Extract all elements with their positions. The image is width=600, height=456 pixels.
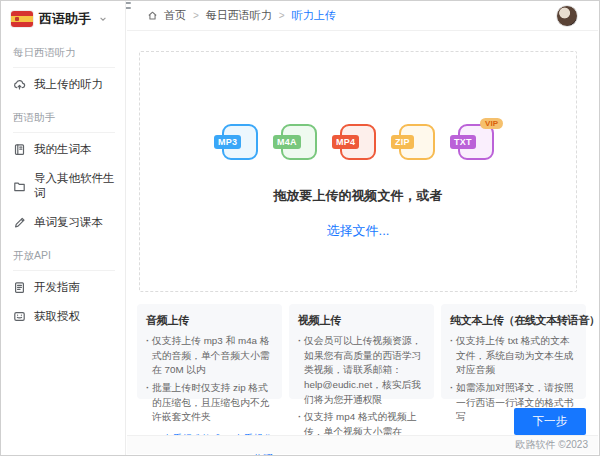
divider [13, 67, 115, 68]
card-bullet: 仅支持上传 mp3 和 m4a 格式的音频，单个音频大小需在 70M 以内 [146, 334, 273, 378]
sidebar-item-label: 我上传的听力 [34, 77, 103, 92]
sidebar-item-label: 开发指南 [34, 280, 80, 295]
sidebar-item-label: 导入其他软件生词 [34, 171, 121, 201]
upload-dropzone[interactable]: MP3 M4A MP4 ZIP TXT VIP 拖放要上传的视频文件，或者 选择… [139, 51, 577, 292]
spanish-flag-logo-icon [11, 11, 33, 27]
filetype-label: M4A [273, 135, 301, 149]
upload-info-cards: 音频上传 仅支持上传 mp3 和 m4a 格式的音频，单个音频大小需在 70M … [137, 304, 586, 399]
user-avatar[interactable] [556, 5, 578, 27]
filetype-m4a-icon: M4A [281, 124, 317, 160]
sidebar-section-daily-listening: 每日西语听力 [1, 34, 125, 67]
filetype-label: ZIP [391, 135, 414, 149]
filetype-label: MP4 [332, 135, 359, 149]
filetype-txt-icon: TXT VIP [458, 124, 494, 160]
breadcrumb-separator: > [279, 10, 285, 21]
sidebar-item-get-authorization[interactable]: 获取授权 [1, 302, 125, 331]
divider [13, 270, 115, 271]
app-title: 西语助手 [39, 10, 91, 28]
card-title: 纯文本上传（在线文本转语音） [450, 313, 577, 328]
footer-copyright: 欧路软件 ©2023 [127, 435, 598, 454]
sidebar: 西语助手 每日西语听力 我上传的听力 西语助手 我的生词本 导入其他软件生词 单… [1, 1, 126, 455]
sidebar-section-assistant: 西语助手 [1, 99, 125, 132]
main-content: MP3 M4A MP4 ZIP TXT VIP 拖放要上传的视频文件，或者 选择… [127, 32, 598, 454]
home-icon [147, 10, 158, 21]
sidebar-item-label: 单词复习课本 [34, 215, 103, 230]
filetype-mp4-icon: MP4 [340, 124, 376, 160]
cloud-upload-icon [13, 78, 26, 91]
folder-import-icon [13, 180, 26, 193]
video-upload-card: 视频上传 仅会员可以上传视频资源，如果您有高质量的西语学习类视频，请联系邮箱：h… [289, 304, 434, 399]
breadcrumb-daily-listening[interactable]: 每日西语听力 [206, 8, 272, 23]
sidebar-item-import-words[interactable]: 导入其他软件生词 [1, 164, 125, 208]
breadcrumb: 首页 > 每日西语听力 > 听力上传 [147, 8, 336, 23]
card-bullet: 仅会员可以上传视频资源，如果您有高质量的西语学习类视频，请联系邮箱：help@e… [298, 334, 425, 407]
topbar: 首页 > 每日西语听力 > 听力上传 [127, 1, 598, 31]
sidebar-item-my-uploaded-listening[interactable]: 我上传的听力 [1, 70, 125, 99]
filetype-label: TXT [450, 135, 476, 149]
document-icon [13, 281, 26, 294]
pen-icon [13, 216, 26, 229]
card-title: 视频上传 [298, 313, 425, 328]
supported-filetypes: MP3 M4A MP4 ZIP TXT VIP [140, 124, 576, 160]
breadcrumb-separator: > [193, 10, 199, 21]
sidebar-item-dev-guide[interactable]: 开发指南 [1, 273, 125, 302]
filetype-label: MP3 [214, 135, 241, 149]
sidebar-item-my-wordbook[interactable]: 我的生词本 [1, 135, 125, 164]
filetype-zip-icon: ZIP [399, 124, 435, 160]
card-bullet: 批量上传时仅支持 zip 格式的压缩包，且压缩包内不允许嵌套文件夹 [146, 381, 273, 425]
sidebar-item-label: 我的生词本 [34, 142, 92, 157]
sidebar-item-word-review-book[interactable]: 单词复习课本 [1, 208, 125, 237]
sidebar-section-open-api: 开放API [1, 237, 125, 270]
vip-badge: VIP [480, 118, 503, 129]
breadcrumb-current: 听力上传 [292, 8, 336, 23]
card-bullet: 仅支持上传 txt 格式的文本文件，系统自动为文本生成对应音频 [450, 334, 577, 378]
app-logo-row[interactable]: 西语助手 [1, 1, 125, 34]
license-icon [13, 310, 26, 323]
choose-file-link[interactable]: 选择文件... [140, 222, 576, 240]
audio-upload-card: 音频上传 仅支持上传 mp3 和 m4a 格式的音频，单个音频大小需在 70M … [137, 304, 282, 399]
dropzone-hint: 拖放要上传的视频文件，或者 [140, 187, 576, 205]
next-step-button[interactable]: 下一步 [514, 408, 587, 435]
card-title: 音频上传 [146, 313, 273, 328]
notebook-icon [13, 143, 26, 156]
sidebar-item-label: 获取授权 [34, 309, 80, 324]
breadcrumb-home[interactable]: 首页 [164, 8, 186, 23]
text-upload-card: 纯文本上传（在线文本转语音） 仅支持上传 txt 格式的文本文件，系统自动为文本… [441, 304, 586, 399]
chevron-down-icon [99, 15, 107, 23]
filetype-mp3-icon: MP3 [222, 124, 258, 160]
divider [13, 132, 115, 133]
